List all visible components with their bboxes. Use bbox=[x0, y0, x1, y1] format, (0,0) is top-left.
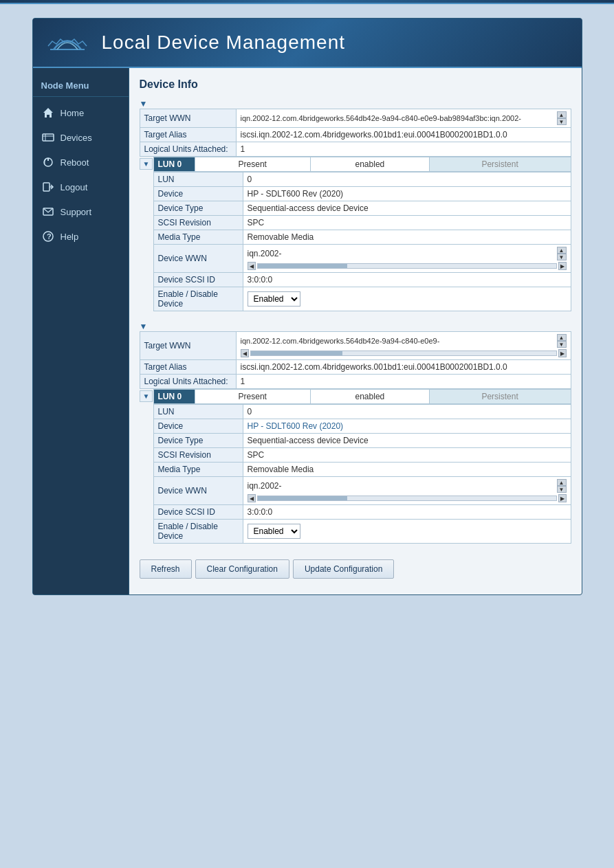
device2-lun-wwn-hthumb bbox=[258, 496, 347, 500]
device2-enable-select[interactable]: Enabled Disabled bbox=[248, 524, 300, 539]
app-title: Local Device Management bbox=[102, 32, 346, 54]
app-container: Local Device Management Node Menu Home bbox=[32, 18, 582, 595]
device1-lun-device-wwn-label: Device WWN bbox=[153, 245, 243, 273]
section-title: Device Info bbox=[140, 78, 571, 91]
reboot-icon bbox=[41, 155, 55, 169]
refresh-button[interactable]: Refresh bbox=[140, 559, 192, 579]
device2-collapse-arrow[interactable]: ▼ bbox=[140, 322, 148, 331]
device1-lun-wwn-scroll-down[interactable]: ▼ bbox=[557, 254, 567, 260]
device2-lun-device-wwn-row: Device WWN iqn.2002- ▲ ▼ bbox=[153, 477, 571, 505]
device1-enable-select[interactable]: Enabled Disabled bbox=[248, 291, 300, 307]
device1-lun-header-row: LUN 0 Present enabled Persistent bbox=[153, 157, 571, 172]
sidebar-item-help-label: Help bbox=[61, 232, 79, 242]
device2-lun-collapse-arrow[interactable]: ▼ bbox=[140, 390, 153, 402]
sidebar-heading: Node Menu bbox=[33, 75, 129, 97]
sidebar-item-devices[interactable]: Devices bbox=[33, 125, 129, 150]
device2-logical-units-row: Logical Units Attached: 1 bbox=[140, 375, 571, 389]
device1-wwn-scroll-up[interactable]: ▲ bbox=[557, 111, 567, 118]
device2-lun-scsi-rev-value: SPC bbox=[243, 448, 571, 463]
device2-target-wwn-value: iqn.2002-12.com.4bridgeworks.564db42e-9a… bbox=[236, 332, 571, 360]
device1-wwn-scroll-down[interactable]: ▼ bbox=[557, 118, 567, 125]
device1-logical-units-label: Logical Units Attached: bbox=[140, 142, 236, 157]
svg-marker-1 bbox=[43, 108, 53, 118]
device2-lun-wwn-scroll-up[interactable]: ▲ bbox=[557, 479, 567, 486]
sidebar-item-support[interactable]: Support bbox=[33, 199, 129, 224]
device2-lun-wwn-hscroll-left[interactable]: ◀ bbox=[248, 494, 256, 502]
device1-lun-wwn-hscroll-right[interactable]: ▶ bbox=[558, 262, 567, 270]
device2-lun-wwn-hscroll[interactable]: ◀ ▶ bbox=[248, 494, 567, 502]
device2-target-alias-label: Target Alias bbox=[140, 360, 236, 375]
device1-lun-wwn-hscroll[interactable]: ◀ ▶ bbox=[248, 262, 567, 270]
device2-lun-device-type-row: Device Type Sequential-access device Dev… bbox=[153, 434, 571, 448]
sidebar-item-devices-label: Devices bbox=[61, 133, 92, 143]
sidebar-item-reboot[interactable]: Reboot bbox=[33, 150, 129, 175]
device2-lun-wwn-hscroll-right[interactable]: ▶ bbox=[558, 494, 567, 502]
device1-lun-details-table: LUN 0 Device HP - SDLT600 Rev (2020) Dev… bbox=[153, 172, 571, 311]
device1-target-alias-label: Target Alias bbox=[140, 128, 236, 142]
device1-target-alias-row: Target Alias iscsi.iqn.2002-12.com.4brid… bbox=[140, 128, 571, 142]
device1-wwn-vscroll[interactable]: ▲ ▼ bbox=[557, 111, 567, 125]
device1-lun-enable-row: Enable / Disable Device Enabled Disabled bbox=[153, 287, 571, 311]
update-configuration-button[interactable]: Update Configuration bbox=[293, 559, 394, 579]
device1-target-wwn-label: Target WWN bbox=[140, 109, 236, 128]
device1-lun-wwn-scroll-up[interactable]: ▲ bbox=[557, 247, 567, 254]
svg-text:?: ? bbox=[47, 232, 52, 241]
device1-lun-wwn-hscroll-left[interactable]: ◀ bbox=[248, 262, 256, 270]
svg-rect-6 bbox=[43, 183, 50, 191]
sidebar-item-help[interactable]: ? Help bbox=[33, 224, 129, 249]
top-decorative-bar bbox=[0, 0, 614, 4]
device2-lun-num-label: LUN bbox=[153, 405, 243, 419]
device2-lun-label: LUN 0 bbox=[153, 390, 195, 404]
sidebar-item-logout-label: Logout bbox=[61, 182, 88, 192]
clear-configuration-button[interactable]: Clear Configuration bbox=[195, 559, 289, 579]
device2-target-wwn-label: Target WWN bbox=[140, 332, 236, 360]
device2-wwn-vscroll[interactable]: ▲ ▼ bbox=[557, 334, 567, 348]
device2-wwn-hscroll[interactable]: ◀ ▶ bbox=[241, 349, 567, 357]
device1-lun-wwn-hthumb bbox=[258, 264, 347, 268]
device2-target-wwn-row: Target WWN iqn.2002-12.com.4bridgeworks.… bbox=[140, 332, 571, 360]
device1-wwn-scroll-container: iqn.2002-12.com.4bridgeworks.564db42e-9a… bbox=[241, 111, 567, 125]
sidebar: Node Menu Home Devices bbox=[33, 68, 129, 594]
device2-lun-details-table: LUN 0 Device HP - SDLT600 Rev (2020) Dev… bbox=[153, 404, 571, 544]
device1-lun-collapse-arrow[interactable]: ▼ bbox=[140, 158, 153, 170]
device2-lun-device-type-value: Sequential-access device Device bbox=[243, 434, 571, 448]
sidebar-item-logout[interactable]: Logout bbox=[33, 175, 129, 199]
device1-lun-scsi-id-label: Device SCSI ID bbox=[153, 273, 243, 287]
device2-wwn-hscroll-left[interactable]: ◀ bbox=[241, 349, 249, 357]
device1-collapse-arrow[interactable]: ▼ bbox=[140, 99, 148, 109]
device2-lun-scsi-id-row: Device SCSI ID 3:0:0:0 bbox=[153, 505, 571, 520]
home-icon bbox=[41, 106, 55, 120]
device1-lun-status-present: Present bbox=[195, 157, 311, 172]
device1-lun-device-row: Device HP - SDLT600 Rev (2020) bbox=[153, 187, 571, 201]
device2-lun-status-present: Present bbox=[195, 390, 311, 404]
device2-wwn-scroll-up[interactable]: ▲ bbox=[557, 334, 567, 341]
device2-wwn-scroll-down[interactable]: ▼ bbox=[557, 341, 567, 348]
device2-lun-media-type-label: Media Type bbox=[153, 463, 243, 477]
device2-lun-wwn-scroll-down[interactable]: ▼ bbox=[557, 486, 567, 493]
device2-lun-status-enabled: enabled bbox=[311, 390, 430, 404]
device1-wwn-text: iqn.2002-12.com.4bridgeworks.564db42e-9a… bbox=[241, 114, 556, 122]
device1-lun-scsi-id-row: Device SCSI ID 3:0:0:0 bbox=[153, 273, 571, 287]
sidebar-item-home-label: Home bbox=[61, 108, 85, 118]
device2-wwn-hscroll-right[interactable]: ▶ bbox=[558, 349, 567, 357]
svg-rect-2 bbox=[43, 134, 54, 141]
logout-icon bbox=[41, 180, 55, 194]
device1-lun-device-label: Device bbox=[153, 187, 243, 201]
device2-lun-container: ▼ LUN 0 Present enabled Persistent bbox=[140, 389, 571, 544]
device2-lun-device-label: Device bbox=[153, 419, 243, 434]
device2-logical-units-value: 1 bbox=[236, 375, 571, 389]
device1-lun-device-type-row: Device Type Sequential-access device Dev… bbox=[153, 201, 571, 216]
device2-lun-enable-label: Enable / Disable Device bbox=[153, 520, 243, 544]
device2-lun-device-row: Device HP - SDLT600 Rev (2020) bbox=[153, 419, 571, 434]
device2-lun-device-value: HP - SDLT600 Rev (2020) bbox=[243, 419, 571, 434]
device1-lun-scsi-rev-row: SCSI Revision SPC bbox=[153, 216, 571, 230]
device2-wwn-text2: iqn.2002- bbox=[248, 481, 282, 491]
device1-lun-device-wwn-row: Device WWN iqn.2002- ▲ ▼ bbox=[153, 245, 571, 273]
sidebar-item-home[interactable]: Home bbox=[33, 100, 129, 125]
device1-lun-num-value: 0 bbox=[243, 173, 571, 187]
device2-lun-media-type-row: Media Type Removable Media bbox=[153, 463, 571, 477]
device1-logical-units-value: 1 bbox=[236, 142, 571, 157]
device1-target-alias-value: iscsi.iqn.2002-12.com.4bridgeworks.001bd… bbox=[236, 128, 571, 142]
device1-target-wwn-row: Target WWN iqn.2002-12.com.4bridgeworks.… bbox=[140, 109, 571, 128]
device1-lun-device-type-label: Device Type bbox=[153, 201, 243, 216]
